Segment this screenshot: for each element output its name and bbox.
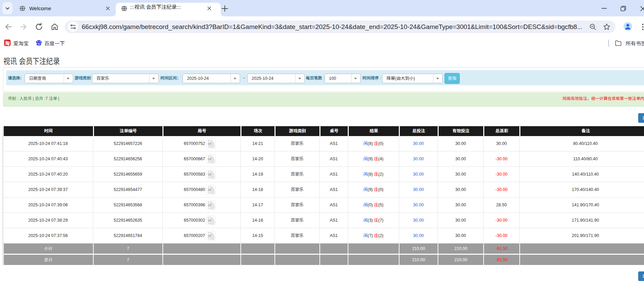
svg-text:du: du	[37, 43, 40, 45]
